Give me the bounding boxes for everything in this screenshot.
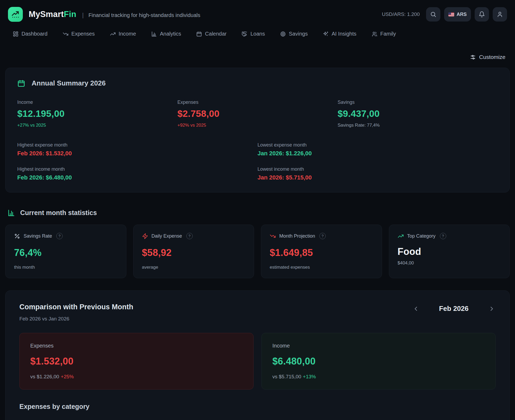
nav-item-income[interactable]: Income [110,31,136,37]
nav-item-family[interactable]: Family [372,31,396,37]
annual-expenses-value: $2.758,00 [177,108,337,119]
notifications-button[interactable] [475,7,489,22]
nav-item-savings[interactable]: Savings [280,31,308,37]
lightning-icon [142,233,148,239]
trending-up-icon [398,233,404,239]
next-month-button[interactable] [488,305,496,313]
brand-name: MySmartFin [29,10,76,19]
annual-extremes: Highest expense month Feb 2026: $1.532,0… [17,142,498,181]
calendar-icon [196,31,202,37]
currency-label: ARS [457,12,467,17]
brand-divider: | [82,12,84,19]
trending-up-icon [110,31,116,37]
lowest-expense-month: Lowest expense month Jan 2026: $1.226,00 [258,142,498,157]
bell-icon [479,11,485,18]
users-icon [372,31,377,37]
comparison-title: Comparison with Previous Month [19,303,133,311]
search-button[interactable] [426,7,440,22]
exchange-rate: USD/ARS: 1.200 [382,11,420,17]
customize-button[interactable]: Customize [470,54,505,60]
help-icon[interactable]: ? [319,233,326,239]
annual-stat-savings: Savings $9.437,00 Savings Rate: 77,4% [338,100,498,128]
current-month-title: Current month statistics [20,209,97,217]
lowest-income-month: Lowest income month Jan 2026: $5.715,00 [258,166,498,181]
daily-expense-card: Daily Expense ? $58,92 average [133,225,254,278]
comparison-income-card: Income $6.480,00 vs $5.715,00+13% [261,333,496,389]
app-logo-icon [8,7,23,22]
annual-income-value: $12.195,00 [17,108,177,119]
user-icon [497,11,503,18]
nav-item-calendar[interactable]: Calendar [196,31,226,37]
help-icon[interactable]: ? [56,233,63,239]
savings-rate-card: Savings Rate ? 76,4% this month [5,225,126,278]
sliders-icon [470,54,476,60]
annual-savings-value: $9.437,00 [338,108,498,119]
nav-item-ai-insights[interactable]: AI Insights [323,31,356,37]
annual-summary-card: Annual Summary 2026 Income $12.195,00 +2… [5,68,510,192]
nav-item-analytics[interactable]: Analytics [151,31,181,37]
month-projection-card: Month Projection ? $1.649,85 estimated e… [261,225,382,278]
nav-item-dashboard[interactable]: Dashboard [13,31,48,37]
nav-item-loans[interactable]: Loans [242,31,265,37]
annual-stat-income: Income $12.195,00 +27% vs 2025 [17,100,177,128]
profile-button[interactable] [493,7,507,22]
trending-down-icon [270,233,276,239]
annual-stats: Income $12.195,00 +27% vs 2025 Expenses … [17,100,498,128]
comparison-expenses-card: Expenses $1.532,00 vs $1.226,00+25% [19,333,254,389]
expenses-by-category-title: Expenses by category [19,403,496,410]
main-nav: Dashboard Expenses Income Analytics Cale… [0,31,515,37]
chevron-right-icon [489,306,495,312]
percent-icon [14,233,20,239]
header-actions: USD/ARS: 1.200 ARS [382,7,507,22]
chevron-left-icon [413,306,419,312]
selected-month-label: Feb 2026 [439,305,469,313]
previous-month-button[interactable] [412,305,420,313]
month-navigator: Feb 2026 [412,305,496,313]
brand: MySmartFin | Financial tracking for high… [29,10,200,19]
app-tagline: Financial tracking for high-standards in… [88,12,200,18]
current-month-cards: Savings Rate ? 76,4% this month Daily Ex… [5,225,510,278]
currency-selector-button[interactable]: ARS [444,7,471,22]
target-icon [280,31,286,37]
us-flag-icon [448,12,454,16]
help-icon[interactable]: ? [186,233,193,239]
bar-chart-icon [7,209,15,217]
dashboard-main: Customize Annual Summary 2026 Income $12… [0,54,515,420]
highest-income-month: Highest income month Feb 2026: $6.480,00 [17,166,258,181]
comparison-card: Comparison with Previous Month Feb 2026 … [5,290,510,420]
help-icon[interactable]: ? [440,233,446,239]
nav-item-expenses[interactable]: Expenses [63,31,95,37]
trending-down-icon [63,31,68,37]
annual-stat-expenses: Expenses $2.758,00 +92% vs 2025 [177,100,337,128]
search-icon [430,11,436,18]
bar-chart-icon [151,31,157,37]
calendar-icon [17,79,25,87]
dashboard-icon [13,31,19,37]
handshake-icon [242,31,247,37]
app-header: MySmartFin | Financial tracking for high… [0,0,515,22]
comparison-subtitle: Feb 2026 vs Jan 2026 [19,316,133,322]
highest-expense-month: Highest expense month Feb 2026: $1.532,0… [17,142,258,157]
annual-summary-title: Annual Summary 2026 [32,79,106,87]
sparkles-icon [323,31,329,37]
top-category-card: Top Category ? Food $404,00 [389,225,510,278]
